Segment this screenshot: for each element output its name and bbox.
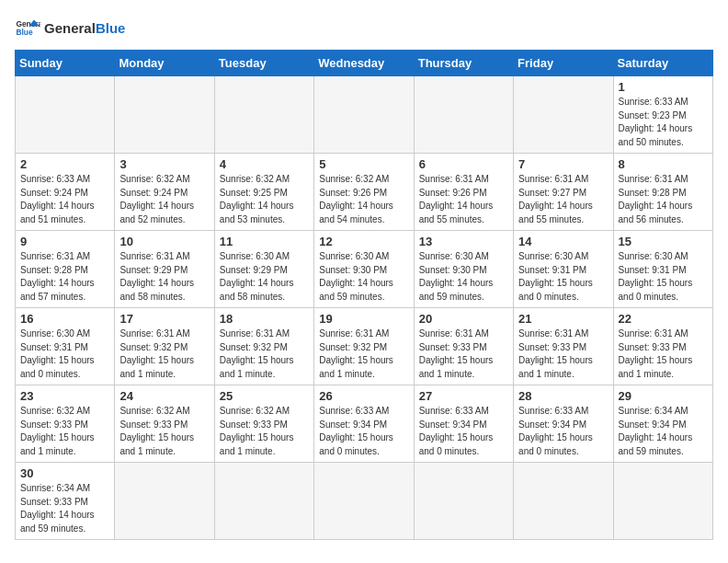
day-info: Sunrise: 6:33 AM Sunset: 9:23 PM Dayligh… <box>619 96 708 149</box>
day-number: 10 <box>119 235 209 248</box>
day-info: Sunrise: 6:34 AM Sunset: 9:33 PM Dayligh… <box>20 482 109 535</box>
calendar-week-6: 30Sunrise: 6:34 AM Sunset: 9:33 PM Dayli… <box>16 463 713 540</box>
day-number: 15 <box>619 235 708 248</box>
calendar-cell: 6Sunrise: 6:31 AM Sunset: 9:26 PM Daylig… <box>414 154 513 231</box>
calendar-cell <box>214 76 313 154</box>
day-number: 28 <box>518 389 608 403</box>
calendar-week-1: 1Sunrise: 6:33 AM Sunset: 9:23 PM Daylig… <box>16 76 713 154</box>
day-info: Sunrise: 6:31 AM Sunset: 9:28 PM Dayligh… <box>619 173 708 226</box>
calendar-header-saturday: Saturday <box>613 51 712 76</box>
day-number: 25 <box>220 389 309 403</box>
day-info: Sunrise: 6:30 AM Sunset: 9:30 PM Dayligh… <box>419 250 508 304</box>
calendar-cell: 29Sunrise: 6:34 AM Sunset: 9:34 PM Dayli… <box>613 385 712 463</box>
calendar-cell: 5Sunrise: 6:32 AM Sunset: 9:26 PM Daylig… <box>314 154 414 231</box>
calendar-cell: 7Sunrise: 6:31 AM Sunset: 9:27 PM Daylig… <box>514 154 613 231</box>
day-number: 29 <box>619 389 708 403</box>
calendar-week-2: 2Sunrise: 6:33 AM Sunset: 9:24 PM Daylig… <box>16 154 713 231</box>
day-info: Sunrise: 6:33 AM Sunset: 9:34 PM Dayligh… <box>319 405 408 458</box>
calendar-header-monday: Monday <box>115 51 214 76</box>
calendar-cell <box>314 463 414 540</box>
calendar-cell: 20Sunrise: 6:31 AM Sunset: 9:33 PM Dayli… <box>414 308 513 385</box>
calendar-cell <box>514 463 613 540</box>
day-info: Sunrise: 6:31 AM Sunset: 9:32 PM Dayligh… <box>220 327 309 381</box>
day-number: 11 <box>220 235 309 248</box>
day-info: Sunrise: 6:31 AM Sunset: 9:33 PM Dayligh… <box>518 327 608 381</box>
calendar-cell: 27Sunrise: 6:33 AM Sunset: 9:34 PM Dayli… <box>414 385 513 463</box>
day-info: Sunrise: 6:32 AM Sunset: 9:25 PM Dayligh… <box>220 173 309 226</box>
svg-text:Blue: Blue <box>16 28 32 37</box>
calendar-cell: 17Sunrise: 6:31 AM Sunset: 9:32 PM Dayli… <box>115 308 214 385</box>
day-info: Sunrise: 6:34 AM Sunset: 9:34 PM Dayligh… <box>619 405 708 458</box>
day-info: Sunrise: 6:32 AM Sunset: 9:24 PM Dayligh… <box>119 173 209 226</box>
day-number: 17 <box>119 312 209 326</box>
calendar-cell <box>115 463 214 540</box>
day-number: 23 <box>20 389 109 403</box>
calendar-week-5: 23Sunrise: 6:32 AM Sunset: 9:33 PM Dayli… <box>16 385 713 463</box>
day-number: 27 <box>419 389 508 403</box>
calendar-cell <box>613 463 712 540</box>
day-number: 26 <box>319 389 408 403</box>
logo-icon: General Blue <box>15 15 40 40</box>
calendar-cell: 13Sunrise: 6:30 AM Sunset: 9:30 PM Dayli… <box>414 231 513 308</box>
day-info: Sunrise: 6:32 AM Sunset: 9:26 PM Dayligh… <box>319 173 408 226</box>
calendar-week-3: 9Sunrise: 6:31 AM Sunset: 9:28 PM Daylig… <box>16 231 713 308</box>
day-number: 3 <box>119 157 209 171</box>
logo: General Blue GeneralBlue <box>15 15 125 40</box>
day-number: 2 <box>20 157 109 171</box>
day-info: Sunrise: 6:32 AM Sunset: 9:33 PM Dayligh… <box>119 405 209 458</box>
calendar-week-4: 16Sunrise: 6:30 AM Sunset: 9:31 PM Dayli… <box>16 308 713 385</box>
calendar-header-friday: Friday <box>514 51 613 76</box>
day-number: 19 <box>319 312 408 326</box>
calendar-table: SundayMondayTuesdayWednesdayThursdayFrid… <box>15 50 713 540</box>
day-info: Sunrise: 6:31 AM Sunset: 9:27 PM Dayligh… <box>518 173 608 226</box>
day-info: Sunrise: 6:31 AM Sunset: 9:33 PM Dayligh… <box>419 327 508 381</box>
calendar-cell: 24Sunrise: 6:32 AM Sunset: 9:33 PM Dayli… <box>115 385 214 463</box>
day-info: Sunrise: 6:31 AM Sunset: 9:28 PM Dayligh… <box>20 250 109 304</box>
day-info: Sunrise: 6:30 AM Sunset: 9:29 PM Dayligh… <box>220 250 309 304</box>
calendar-cell <box>16 76 115 154</box>
calendar-cell <box>115 76 214 154</box>
day-info: Sunrise: 6:30 AM Sunset: 9:30 PM Dayligh… <box>319 250 408 304</box>
calendar-header-tuesday: Tuesday <box>214 51 313 76</box>
calendar-cell: 3Sunrise: 6:32 AM Sunset: 9:24 PM Daylig… <box>115 154 214 231</box>
calendar-cell <box>214 463 313 540</box>
day-info: Sunrise: 6:30 AM Sunset: 9:31 PM Dayligh… <box>518 250 608 304</box>
calendar-cell: 21Sunrise: 6:31 AM Sunset: 9:33 PM Dayli… <box>514 308 613 385</box>
day-info: Sunrise: 6:33 AM Sunset: 9:24 PM Dayligh… <box>20 173 109 226</box>
day-number: 13 <box>419 235 508 248</box>
day-number: 20 <box>419 312 508 326</box>
calendar-cell: 12Sunrise: 6:30 AM Sunset: 9:30 PM Dayli… <box>314 231 414 308</box>
calendar-cell: 23Sunrise: 6:32 AM Sunset: 9:33 PM Dayli… <box>16 385 115 463</box>
day-number: 22 <box>619 312 708 326</box>
day-number: 6 <box>419 157 508 171</box>
calendar-cell <box>414 463 513 540</box>
day-number: 12 <box>319 235 408 248</box>
calendar-cell: 1Sunrise: 6:33 AM Sunset: 9:23 PM Daylig… <box>613 76 712 154</box>
calendar-header-wednesday: Wednesday <box>314 51 414 76</box>
calendar-cell: 2Sunrise: 6:33 AM Sunset: 9:24 PM Daylig… <box>16 154 115 231</box>
calendar-cell: 18Sunrise: 6:31 AM Sunset: 9:32 PM Dayli… <box>214 308 313 385</box>
day-info: Sunrise: 6:30 AM Sunset: 9:31 PM Dayligh… <box>619 250 708 304</box>
calendar-cell: 4Sunrise: 6:32 AM Sunset: 9:25 PM Daylig… <box>214 154 313 231</box>
calendar-cell: 8Sunrise: 6:31 AM Sunset: 9:28 PM Daylig… <box>613 154 712 231</box>
day-number: 4 <box>220 157 309 171</box>
day-number: 7 <box>518 157 608 171</box>
day-number: 8 <box>619 157 708 171</box>
calendar-cell: 9Sunrise: 6:31 AM Sunset: 9:28 PM Daylig… <box>16 231 115 308</box>
day-info: Sunrise: 6:32 AM Sunset: 9:33 PM Dayligh… <box>20 405 109 458</box>
day-number: 14 <box>518 235 608 248</box>
day-number: 30 <box>20 466 109 480</box>
day-info: Sunrise: 6:31 AM Sunset: 9:33 PM Dayligh… <box>619 327 708 381</box>
calendar-cell: 30Sunrise: 6:34 AM Sunset: 9:33 PM Dayli… <box>16 463 115 540</box>
day-number: 21 <box>518 312 608 326</box>
calendar-cell <box>514 76 613 154</box>
day-info: Sunrise: 6:33 AM Sunset: 9:34 PM Dayligh… <box>518 405 608 458</box>
day-number: 9 <box>20 235 109 248</box>
calendar-cell: 15Sunrise: 6:30 AM Sunset: 9:31 PM Dayli… <box>613 231 712 308</box>
calendar-cell <box>314 76 414 154</box>
day-info: Sunrise: 6:32 AM Sunset: 9:33 PM Dayligh… <box>220 405 309 458</box>
calendar-cell: 22Sunrise: 6:31 AM Sunset: 9:33 PM Dayli… <box>613 308 712 385</box>
day-info: Sunrise: 6:31 AM Sunset: 9:29 PM Dayligh… <box>119 250 209 304</box>
day-info: Sunrise: 6:30 AM Sunset: 9:31 PM Dayligh… <box>20 327 109 381</box>
calendar-header-row: SundayMondayTuesdayWednesdayThursdayFrid… <box>16 51 713 76</box>
